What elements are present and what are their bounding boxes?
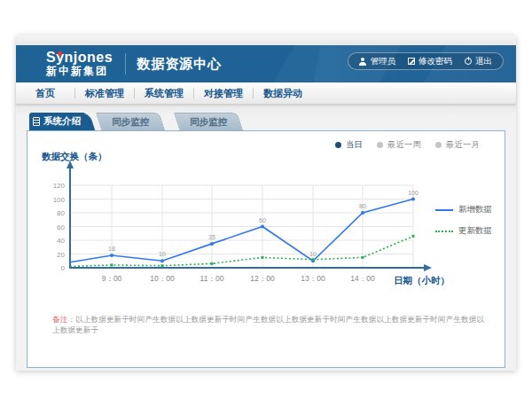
logout-icon <box>465 58 472 65</box>
svg-text:40: 40 <box>57 237 65 245</box>
legend-item-new-data: 新增数据 <box>435 204 492 215</box>
nav-item-data-change[interactable]: 数据异动 <box>254 87 312 100</box>
svg-text:11：00: 11：00 <box>200 274 224 283</box>
svg-text:35: 35 <box>208 234 215 240</box>
tab-label: 同步监控 <box>190 116 227 129</box>
window-top-strip <box>16 35 516 45</box>
svg-text:12：00: 12：00 <box>250 274 275 283</box>
svg-text:120: 120 <box>53 182 66 190</box>
tab-sync-monitor-1[interactable]: 同步监控 <box>96 113 165 130</box>
legend-label: 新增数据 <box>458 204 492 215</box>
new-data-line-swatch <box>435 209 453 211</box>
user-icon <box>359 58 367 66</box>
username-label: 管理员 <box>371 56 396 67</box>
tab-sync-monitor-2[interactable]: 同步监控 <box>174 113 243 130</box>
svg-text:60: 60 <box>259 217 266 223</box>
radio-dot-icon <box>335 142 341 148</box>
radio-dot-icon <box>435 142 442 148</box>
svg-text:10: 10 <box>159 251 166 257</box>
svg-text:10: 10 <box>309 251 317 257</box>
main-nav: 首页 标准管理 系统管理 对接管理 数据异动 <box>16 82 516 105</box>
tab-label: 系统介绍 <box>43 115 81 128</box>
app-window: Synjones 新中新集团 数据资源中心 管理员 修改密码 退出 <box>16 35 516 371</box>
header-divider <box>125 53 126 74</box>
nav-item-connection-mgmt[interactable]: 对接管理 <box>194 87 253 100</box>
radio-last-week[interactable]: 最近一周 <box>377 139 421 151</box>
radio-label: 最近一周 <box>387 139 421 151</box>
logout-label: 退出 <box>475 56 492 67</box>
change-password-button[interactable]: 修改密码 <box>408 56 452 67</box>
chart-legend: 新增数据 更新数据 <box>435 204 492 237</box>
line-chart: 0204060801001209：0010：0011：0012：0013：001… <box>27 158 506 335</box>
tab-system-intro[interactable]: 系统介绍 <box>29 113 84 130</box>
user-menu[interactable]: 管理员 <box>359 56 396 67</box>
svg-text:日期（小时）: 日期（小时） <box>394 275 450 286</box>
radio-dot-icon <box>377 142 383 148</box>
radio-today[interactable]: 当日 <box>335 139 363 151</box>
svg-text:9：00: 9：00 <box>102 274 122 283</box>
brand-name-chinese: 新中新集团 <box>46 66 113 77</box>
updated-data-line-swatch <box>435 231 453 232</box>
change-password-label: 修改密码 <box>419 56 452 67</box>
chart-panel: 当日 最近一周 最近一月 数据交换（条） 0204060801001209：00… <box>27 130 505 368</box>
svg-text:100: 100 <box>53 196 66 204</box>
svg-text:80: 80 <box>57 209 65 217</box>
nav-item-home[interactable]: 首页 <box>16 87 74 100</box>
document-icon <box>33 117 40 126</box>
brand-logo: Synjones 新中新集团 <box>16 51 113 76</box>
app-header: Synjones 新中新集团 数据资源中心 管理员 修改密码 退出 <box>16 45 516 82</box>
tab-label: 同步监控 <box>112 116 149 129</box>
svg-text:20: 20 <box>57 251 65 259</box>
svg-text:10：00: 10：00 <box>150 274 175 283</box>
radio-last-month[interactable]: 最近一月 <box>435 139 480 151</box>
nav-item-system-mgmt[interactable]: 系统管理 <box>135 87 193 100</box>
svg-text:14：00: 14：00 <box>350 274 375 283</box>
content-area: 系统介绍 同步监控 同步监控 当日 最近一周 <box>16 105 516 371</box>
svg-text:60: 60 <box>57 223 65 231</box>
legend-item-updated-data: 更新数据 <box>435 225 492 237</box>
brand-name: Synjones <box>46 51 113 66</box>
time-range-selector: 当日 最近一周 最近一月 <box>335 139 480 151</box>
svg-text:18: 18 <box>108 246 115 252</box>
logout-button[interactable]: 退出 <box>465 56 492 67</box>
radio-label: 当日 <box>346 139 363 151</box>
radio-label: 最近一月 <box>446 139 480 151</box>
svg-text:0: 0 <box>61 264 66 272</box>
svg-text:13：00: 13：00 <box>301 274 325 283</box>
legend-label: 更新数据 <box>458 225 492 237</box>
page-title: 数据资源中心 <box>137 56 222 73</box>
tab-bar: 系统介绍 同步监控 同步监控 <box>29 113 240 130</box>
user-toolbar: 管理员 修改密码 退出 <box>348 52 505 70</box>
footnote-label: 备注 <box>52 315 67 324</box>
svg-text:80: 80 <box>359 203 366 209</box>
nav-item-standard-mgmt[interactable]: 标准管理 <box>75 87 134 100</box>
footnote-text: ：以上数据更新于时间产生数据以上数据更新于时间产生数据以上数据更新于时间产生数据… <box>52 315 484 334</box>
edit-icon <box>408 58 415 65</box>
page-background: Synjones 新中新集团 数据资源中心 管理员 修改密码 退出 <box>0 0 532 399</box>
footnote: 备注：以上数据更新于时间产生数据以上数据更新于时间产生数据以上数据更新于时间产生… <box>52 315 487 336</box>
svg-text:100: 100 <box>408 190 419 196</box>
